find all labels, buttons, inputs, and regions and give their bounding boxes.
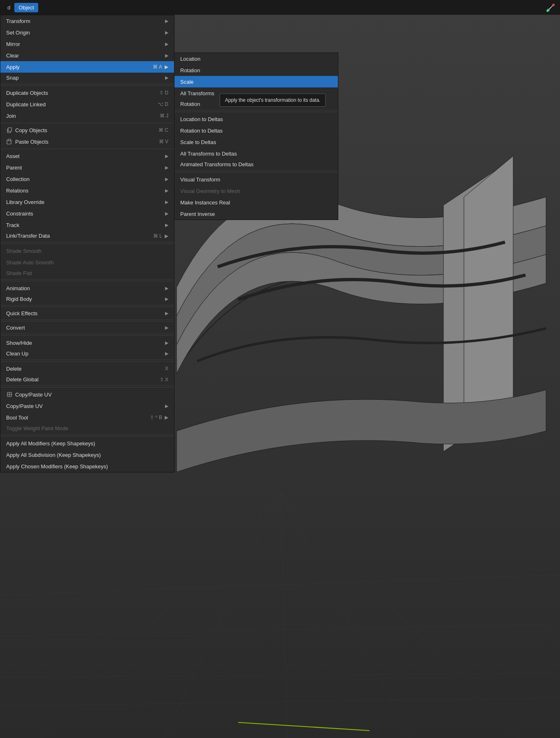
all-transforms-label: All Transforms (180, 90, 214, 96)
submenu-item-rotation-to-deltas[interactable]: Rotation to Deltas (174, 125, 338, 136)
apply-shortcut: ⌘ A (153, 64, 162, 70)
topbar-item-object[interactable]: Object (14, 3, 38, 12)
submenu-item-parent-inverse[interactable]: Parent Inverse (174, 208, 338, 220)
menu-item-transform[interactable]: Transform ▶ (0, 15, 174, 27)
library-override-arrow: ▶ (165, 199, 168, 205)
set-origin-arrow: ▶ (165, 30, 168, 35)
rigid-body-arrow: ▶ (165, 296, 168, 302)
paste-icon (6, 138, 13, 145)
transform-label: Transform (6, 18, 30, 24)
collection-label: Collection (6, 176, 30, 182)
mirror-arrow: ▶ (165, 41, 168, 47)
submenu-item-location[interactable]: Location (174, 53, 338, 64)
visual-geometry-to-mesh-label: Visual Geometry to Mesh (180, 188, 240, 194)
submenu-item-scale[interactable]: Scale (174, 76, 338, 87)
submenu-item-scale-to-deltas[interactable]: Scale to Deltas (174, 136, 338, 148)
scale-to-deltas-label: Scale to Deltas (180, 139, 216, 145)
menu-item-asset[interactable]: Asset ▶ (0, 150, 174, 162)
menu-item-paste-objects[interactable]: Paste Objects ⌘ V (0, 136, 174, 147)
divider-7 (0, 321, 174, 321)
quick-effects-label: Quick Effects (6, 310, 37, 316)
menu-item-collection[interactable]: Collection ▶ (0, 173, 174, 185)
menu-item-clear[interactable]: Clear ▶ (0, 50, 174, 61)
menu-item-track[interactable]: Track ▶ (0, 219, 174, 231)
asset-label: Asset (6, 153, 20, 159)
axes-icon (545, 2, 557, 13)
divider-6 (0, 307, 174, 307)
rigid-body-label: Rigid Body (6, 296, 32, 302)
rotation-label: Rotation (180, 67, 200, 73)
topbar-item-d[interactable]: d (3, 3, 14, 12)
menu-item-relations[interactable]: Relations ▶ (0, 185, 174, 196)
quick-effects-arrow: ▶ (165, 311, 168, 316)
asset-arrow: ▶ (165, 154, 168, 159)
menu-item-apply-all-subdivision[interactable]: Apply All Subdivision (Keep Shapekeys) (0, 449, 174, 461)
constraints-label: Constraints (6, 211, 33, 217)
apply-all-subdivision-label: Apply All Subdivision (Keep Shapekeys) (6, 452, 101, 458)
submenu-item-visual-transform[interactable]: Visual Transform (174, 174, 338, 185)
constraints-arrow: ▶ (165, 211, 168, 216)
menu-item-quick-effects[interactable]: Quick Effects ▶ (0, 308, 174, 320)
join-label: Join (6, 113, 16, 119)
duplicate-objects-shortcut: ⇧ D (159, 90, 168, 96)
menu-item-duplicate-objects[interactable]: Duplicate Objects ⇧ D (0, 87, 174, 99)
svg-rect-19 (8, 139, 11, 141)
bool-tool-shortcut: ⇧ ^ B (150, 415, 162, 420)
track-arrow: ▶ (165, 222, 168, 228)
copy-paste-uv-label: Copy/Paste UV (6, 403, 43, 409)
animation-arrow: ▶ (165, 286, 168, 291)
divider-11 (0, 436, 174, 436)
animated-transforms-to-deltas-label: Animated Transforms to Deltas (180, 161, 253, 167)
menu-item-constraints[interactable]: Constraints ▶ (0, 208, 174, 219)
menu-item-apply-chosen-modifiers[interactable]: Apply Chosen Modifiers (Keep Shapekeys) (0, 461, 174, 472)
menu-item-shade-auto-smooth: Shade Auto Smooth (0, 257, 174, 268)
menu-item-copy-paste-uv[interactable]: Copy/Paste UV ▶ (0, 400, 174, 412)
parent-inverse-label: Parent Inverse (180, 211, 215, 217)
submenu-item-animated-transforms-to-deltas[interactable]: Animated Transforms to Deltas (174, 159, 338, 171)
divider-10 (0, 387, 174, 387)
link-transfer-shortcut-arrow: ⌘ L ▶ (153, 233, 168, 239)
menu-item-apply-all-modifiers[interactable]: Apply All Modifiers (Keep Shapekeys) (0, 438, 174, 449)
bool-tool-arrow: ▶ (165, 415, 168, 420)
copy-icon (6, 127, 13, 133)
clean-up-arrow: ▶ (165, 351, 168, 356)
submenu-item-all-transforms-to-deltas[interactable]: All Transforms to Deltas (174, 148, 338, 159)
menu-item-show-hide[interactable]: Show/Hide ▶ (0, 337, 174, 348)
menu-item-rigid-body[interactable]: Rigid Body ▶ (0, 294, 174, 305)
menu-item-mirror[interactable]: Mirror ▶ (0, 38, 174, 50)
set-origin-label: Set Origin (6, 30, 30, 36)
svg-point-14 (552, 4, 555, 6)
menu-item-bool-tool[interactable]: Bool Tool ⇧ ^ B ▶ (0, 412, 174, 423)
submenu-item-make-instances-real[interactable]: Make Instances Real (174, 197, 338, 208)
menu-item-delete-global[interactable]: Delete Global ⇧ X (0, 374, 174, 386)
menu-item-snap[interactable]: Snap ▶ (0, 73, 174, 84)
submenu-item-rotation[interactable]: Rotation (174, 64, 338, 76)
divider-9 (0, 361, 174, 362)
clean-up-label: Clean Up (6, 351, 28, 357)
menu-item-convert[interactable]: Convert ▶ (0, 323, 174, 334)
menu-item-library-override[interactable]: Library Override ▶ (0, 196, 174, 208)
menu-item-set-origin[interactable]: Set Origin ▶ (0, 27, 174, 38)
menu-item-delete[interactable]: Delete X (0, 363, 174, 374)
duplicate-linked-label: Duplicate Linked (6, 101, 46, 108)
menu-item-animation[interactable]: Animation ▶ (0, 282, 174, 294)
apply-submenu: Location Rotation Scale All Transforms R… (174, 53, 338, 220)
divider-4 (0, 243, 174, 244)
tooltip: Apply the object's transformation to its… (220, 94, 326, 107)
menu-item-link-transfer[interactable]: Link/Transfer Data ⌘ L ▶ (0, 231, 174, 242)
delete-global-shortcut: ⇧ X (160, 377, 168, 383)
menu-item-copy-objects[interactable]: Copy Objects ⌘ C (0, 124, 174, 136)
show-hide-arrow: ▶ (165, 340, 168, 346)
menu-item-parent[interactable]: Parent ▶ (0, 162, 174, 173)
menu-item-duplicate-linked[interactable]: Duplicate Linked ⌥ D (0, 99, 174, 110)
animation-label: Animation (6, 285, 30, 291)
menu-item-clean-up[interactable]: Clean Up ▶ (0, 348, 174, 360)
apply-chosen-modifiers-label: Apply Chosen Modifiers (Keep Shapekeys) (6, 463, 108, 470)
submenu-item-location-to-deltas[interactable]: Location to Deltas (174, 113, 338, 125)
clear-label: Clear (6, 53, 19, 59)
duplicate-objects-label: Duplicate Objects (6, 90, 48, 96)
menu-item-join[interactable]: Join ⌘ J (0, 110, 174, 121)
menu-item-apply[interactable]: Apply ⌘ A ▶ (0, 61, 174, 73)
link-transfer-shortcut: ⌘ L (153, 233, 162, 239)
collection-arrow: ▶ (165, 176, 168, 182)
